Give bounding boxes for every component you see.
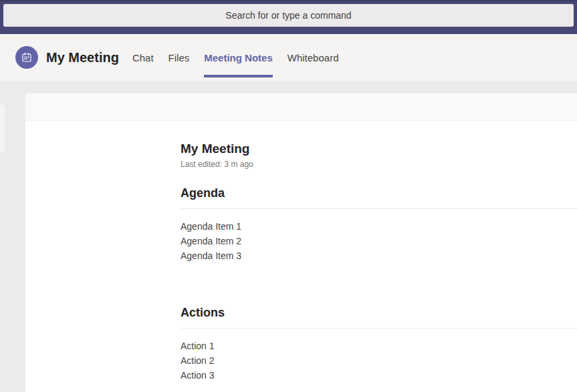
- active-tab-underline: [204, 75, 273, 77]
- meeting-header-row: My Meeting Chat Files Meeting Notes Whit…: [0, 34, 577, 81]
- section-heading-actions: Actions: [181, 306, 577, 320]
- tab-bar: Chat Files Meeting Notes Whiteboard: [132, 34, 339, 81]
- teams-meeting-window: My Meeting Chat Files Meeting Notes Whit…: [0, 0, 577, 392]
- agenda-items: Agenda Item 1 Agenda Item 2 Agenda Item …: [181, 219, 577, 263]
- content-area: My Meeting Last edited: 3 m ago Agenda A…: [0, 81, 577, 392]
- action-item: Action 2: [181, 353, 577, 368]
- action-item: Action 1: [181, 339, 577, 353]
- tab-chat[interactable]: Chat: [132, 34, 154, 81]
- section-divider: [181, 328, 577, 329]
- meeting-notes-panel: My Meeting Last edited: 3 m ago Agenda A…: [25, 93, 577, 392]
- tab-meeting-notes[interactable]: Meeting Notes: [204, 34, 273, 81]
- action-items: Action 1 Action 2 Action 3: [181, 339, 577, 383]
- section-heading-agenda: Agenda: [181, 186, 577, 200]
- last-edited-label: Last edited: 3 m ago: [181, 160, 577, 169]
- calendar-icon: [21, 51, 33, 63]
- meeting-title: My Meeting: [46, 50, 119, 65]
- meeting-avatar: [15, 46, 38, 69]
- action-item: Action 3: [181, 368, 577, 383]
- section-divider: [181, 208, 577, 209]
- tab-label: Files: [168, 52, 190, 63]
- meeting-header: My Meeting Chat Files Meeting Notes Whit…: [0, 34, 577, 81]
- notes-toolbar: [25, 93, 577, 121]
- section-spacer: [181, 263, 577, 288]
- agenda-item: Agenda Item 2: [181, 234, 577, 248]
- search-input[interactable]: [3, 4, 574, 27]
- tab-label: Whiteboard: [287, 52, 339, 63]
- tab-label: Meeting Notes: [204, 52, 273, 63]
- agenda-item: Agenda Item 1: [181, 219, 577, 234]
- agenda-item: Agenda Item 3: [181, 248, 577, 263]
- tab-files[interactable]: Files: [168, 34, 190, 81]
- tab-whiteboard[interactable]: Whiteboard: [287, 34, 339, 81]
- notes-doc-title: My Meeting: [181, 142, 577, 156]
- notes-document: My Meeting Last edited: 3 m ago Agenda A…: [25, 121, 577, 383]
- left-pane-handle: [0, 105, 5, 153]
- top-command-bar: [0, 0, 577, 34]
- tab-label: Chat: [132, 52, 154, 63]
